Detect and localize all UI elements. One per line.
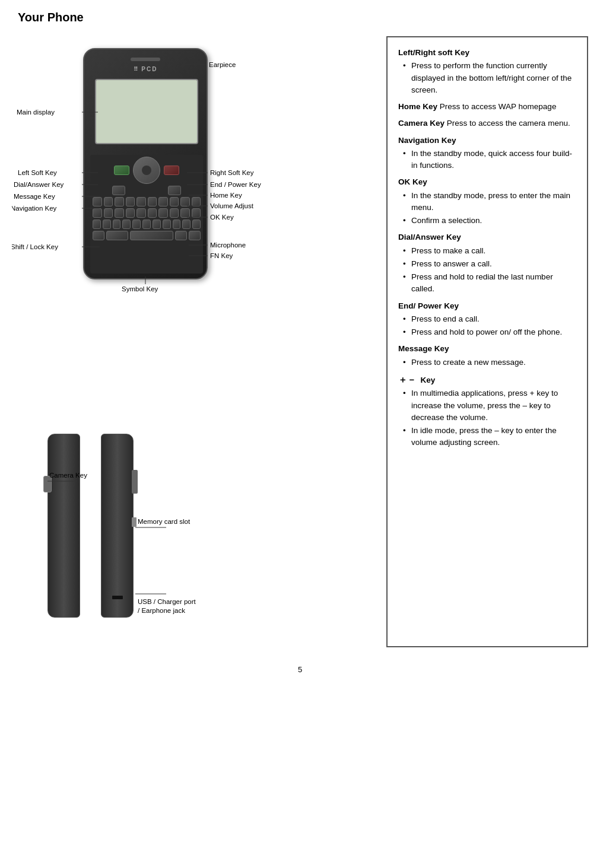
camera-button-protrusion [43, 476, 52, 492]
volume-key-item-1: In multimedia applications, press + key … [403, 387, 576, 424]
left-right-soft-key-list: Press to perform the function currently … [398, 60, 576, 96]
n-key [153, 220, 161, 229]
main-display-label: Main display [17, 109, 55, 116]
p-key [192, 197, 201, 206]
end-power-key-section: End/ Power Key Press to end a call. Pres… [398, 300, 576, 339]
ok-key-item-1: In the standby mode, press to enter the … [403, 190, 576, 214]
end-power-key-heading: End/ Power Key [398, 300, 576, 312]
ok-key-section: OK Key In the standby mode, press to ent… [398, 176, 576, 227]
u-key [158, 197, 168, 206]
right-soft-key-label: Right Soft Key [210, 169, 254, 176]
o-key [180, 197, 190, 206]
dial-key-shape [114, 166, 129, 175]
w-key [104, 197, 113, 206]
fn-key-label: FN Key [210, 252, 233, 259]
d-key [115, 208, 124, 218]
phone-keyboard [90, 155, 203, 274]
sym-key [106, 231, 129, 240]
del-key [192, 208, 201, 218]
volume-adjust-label: Volume Adjust [210, 202, 254, 209]
camera-key-section: Camera Key Press to access the camera me… [398, 117, 576, 129]
message-key-list: Press to create a new message. [398, 357, 576, 368]
microphone-label: Microphone [210, 241, 246, 249]
side-phone-diagrams: Camera Key Memory card slot USB / Charge… [47, 422, 226, 647]
r-key [126, 197, 135, 206]
ok-key-heading: OK Key [398, 176, 576, 188]
volume-key-list: In multimedia applications, press + key … [398, 387, 576, 449]
g-key [136, 208, 146, 218]
left-right-soft-key-item-1: Press to perform the function currently … [403, 60, 576, 96]
symbol-key-label: Symbol Key [122, 285, 158, 292]
volume-key-heading: ＋－ Key [398, 373, 576, 387]
s-key [104, 208, 113, 218]
dial-answer-item-1: Press to make a call. [403, 245, 576, 257]
home-key-shape [168, 186, 181, 195]
home-key-text: Press to access WAP homepage [440, 102, 557, 111]
end-key-shape [164, 166, 179, 175]
phone-right-side [101, 434, 134, 618]
dial-answer-key-section: Dial/Answer Key Press to make a call. Pr… [398, 231, 576, 295]
q-key [93, 197, 102, 206]
front-phone-diagram: ⠿ PCD [12, 42, 297, 410]
space-key [130, 231, 173, 240]
navigation-key-item-1: In the standby mode, quick access four b… [403, 148, 576, 172]
phone-diagrams: ⠿ PCD [12, 36, 374, 647]
volume-key-section: ＋－ Key In multimedia applications, press… [398, 373, 576, 449]
l-key [180, 208, 190, 218]
earpiece-label: Earpiece [209, 61, 236, 68]
x-key [113, 220, 121, 229]
ok-key-label: OK Key [210, 214, 234, 221]
navigation-key-label: Navigation Key [12, 205, 57, 212]
e-key [115, 197, 124, 206]
volume-key-item-2: In idle mode, press the – key to enter t… [403, 425, 576, 449]
phone-screen [95, 79, 198, 144]
dollar-key [173, 220, 181, 229]
period-key [189, 231, 201, 240]
volume-button-protrusion [132, 470, 138, 494]
page-number: 5 [0, 653, 600, 686]
t-key [136, 197, 146, 206]
end-power-key-list: Press to end a call. Press and hold to p… [398, 313, 576, 339]
left-right-soft-key-section: Left/Right soft Key Press to perform the… [398, 47, 576, 96]
info-panel: Left/Right soft Key Press to perform the… [386, 36, 588, 647]
navigation-key-list: In the standby mode, quick access four b… [398, 148, 576, 172]
message-key-item-1: Press to create a new message. [403, 357, 576, 368]
dial-answer-label: Dial/Answer Key [14, 181, 64, 188]
side-diagram-svg: Camera Key Memory card slot USB / Charge… [47, 422, 332, 671]
enter-key [192, 220, 201, 229]
home-key-section: Home Key Press to access WAP homepage [398, 101, 576, 113]
home-key-label: Home Key [210, 192, 242, 199]
shift2-key [93, 231, 104, 240]
navigation-key-heading: Navigation Key [398, 135, 576, 147]
j-key [158, 208, 168, 218]
navigation-key-section: Navigation Key In the standby mode, quic… [398, 135, 576, 172]
end-power-item-1: Press to end a call. [403, 313, 576, 325]
earphone-label: / Earphone jack [138, 607, 185, 614]
message-key-section: Message Key Press to create a new messag… [398, 343, 576, 368]
ok-key-list: In the standby mode, press to enter the … [398, 190, 576, 227]
y-key [148, 197, 157, 206]
at-key [182, 220, 191, 229]
m-key [163, 220, 171, 229]
shift-key [93, 220, 101, 229]
memory-card-label: Memory card slot [138, 518, 191, 525]
z-key [103, 220, 111, 229]
dial-answer-item-3: Press and hold to redial the last number… [403, 271, 576, 295]
dial-answer-item-2: Press to answer a call. [403, 258, 576, 270]
home-key-heading: Home Key [398, 102, 437, 111]
h-key [148, 208, 157, 218]
v-key [132, 220, 141, 229]
phone-front: ⠿ PCD [83, 48, 208, 279]
c-key [122, 220, 131, 229]
a-key [93, 208, 102, 218]
dial-answer-key-list: Press to make a call. Press to answer a … [398, 245, 576, 295]
fn-key [175, 231, 187, 240]
b-key [142, 220, 151, 229]
dial-answer-key-heading: Dial/Answer Key [398, 231, 576, 243]
f-key [126, 208, 135, 218]
card-slot-detail [132, 517, 136, 527]
left-right-soft-key-heading: Left/Right soft Key [398, 47, 576, 59]
phone-logo: ⠿ PCD [134, 66, 158, 72]
camera-key-heading: Camera Key [398, 119, 445, 128]
shift-lock-label: Shift / Lock Key [12, 243, 58, 250]
